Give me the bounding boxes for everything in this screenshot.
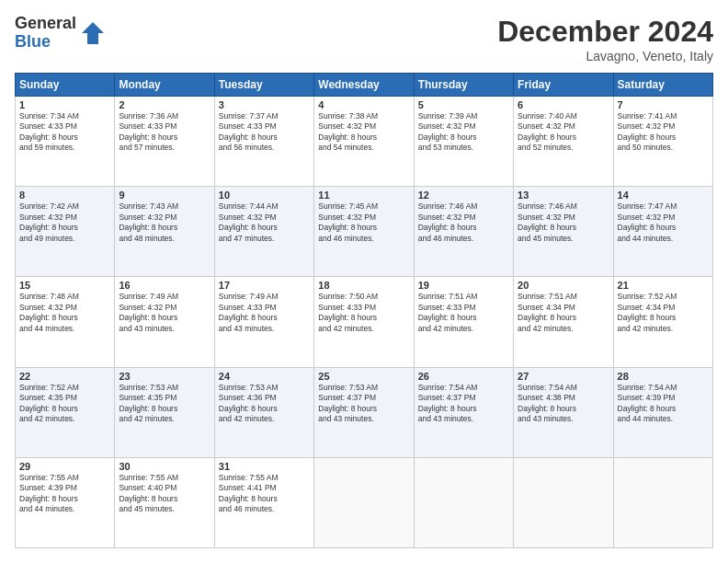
cell-info: Sunrise: 7:53 AMSunset: 4:37 PMDaylight:… [318, 383, 409, 425]
day-number: 6 [518, 99, 609, 110]
cell-info: Sunrise: 7:54 AMSunset: 4:39 PMDaylight:… [618, 383, 709, 425]
calendar-cell: 28Sunrise: 7:54 AMSunset: 4:39 PMDayligh… [613, 367, 712, 457]
col-header-saturday: Saturday [613, 74, 712, 97]
day-number: 1 [19, 99, 110, 110]
week-row-2: 8Sunrise: 7:42 AMSunset: 4:32 PMDaylight… [16, 187, 713, 277]
calendar-cell: 1Sunrise: 7:34 AMSunset: 4:33 PMDaylight… [16, 97, 115, 187]
cell-info: Sunrise: 7:55 AMSunset: 4:39 PMDaylight:… [19, 473, 110, 515]
calendar-cell: 31Sunrise: 7:55 AMSunset: 4:41 PMDayligh… [214, 457, 313, 547]
calendar-cell: 7Sunrise: 7:41 AMSunset: 4:32 PMDaylight… [613, 97, 712, 187]
cell-info: Sunrise: 7:49 AMSunset: 4:32 PMDaylight:… [119, 292, 210, 334]
week-row-5: 29Sunrise: 7:55 AMSunset: 4:39 PMDayligh… [16, 457, 713, 547]
calendar-cell: 5Sunrise: 7:39 AMSunset: 4:32 PMDaylight… [414, 97, 513, 187]
cell-info: Sunrise: 7:47 AMSunset: 4:32 PMDaylight:… [618, 201, 709, 244]
cell-info: Sunrise: 7:39 AMSunset: 4:32 PMDaylight:… [418, 111, 509, 154]
calendar-cell: 19Sunrise: 7:51 AMSunset: 4:33 PMDayligh… [414, 277, 513, 367]
day-number: 27 [518, 371, 609, 382]
day-number: 15 [19, 280, 110, 291]
day-number: 20 [518, 280, 609, 291]
day-number: 24 [219, 371, 310, 382]
calendar-cell: 14Sunrise: 7:47 AMSunset: 4:32 PMDayligh… [613, 187, 712, 277]
col-header-thursday: Thursday [414, 74, 513, 97]
calendar-cell: 30Sunrise: 7:55 AMSunset: 4:40 PMDayligh… [115, 457, 214, 547]
calendar-cell: 10Sunrise: 7:44 AMSunset: 4:32 PMDayligh… [214, 187, 313, 277]
header: General Blue December 2024 Lavagno, Vene… [15, 15, 713, 63]
cell-info: Sunrise: 7:45 AMSunset: 4:32 PMDaylight:… [318, 201, 409, 244]
cell-info: Sunrise: 7:43 AMSunset: 4:32 PMDaylight:… [119, 201, 210, 244]
logo-general: General [15, 15, 76, 33]
cell-info: Sunrise: 7:53 AMSunset: 4:36 PMDaylight:… [219, 383, 310, 425]
col-header-sunday: Sunday [16, 74, 115, 97]
day-number: 7 [618, 99, 709, 110]
cell-info: Sunrise: 7:44 AMSunset: 4:32 PMDaylight:… [219, 201, 310, 244]
calendar-cell: 22Sunrise: 7:52 AMSunset: 4:35 PMDayligh… [16, 367, 115, 457]
col-header-wednesday: Wednesday [314, 74, 414, 97]
cell-info: Sunrise: 7:54 AMSunset: 4:37 PMDaylight:… [418, 383, 509, 425]
calendar-cell: 20Sunrise: 7:51 AMSunset: 4:34 PMDayligh… [514, 277, 613, 367]
day-number: 19 [418, 280, 509, 291]
day-number: 25 [318, 371, 409, 382]
week-row-3: 15Sunrise: 7:48 AMSunset: 4:32 PMDayligh… [16, 277, 713, 367]
calendar-cell [414, 457, 513, 547]
col-header-friday: Friday [514, 74, 613, 97]
calendar-cell [514, 457, 613, 547]
calendar-cell: 4Sunrise: 7:38 AMSunset: 4:32 PMDaylight… [314, 97, 414, 187]
day-number: 2 [119, 99, 210, 110]
cell-info: Sunrise: 7:40 AMSunset: 4:32 PMDaylight:… [518, 111, 609, 154]
location: Lavagno, Veneto, Italy [497, 49, 713, 63]
day-number: 23 [119, 371, 210, 382]
header-row: SundayMondayTuesdayWednesdayThursdayFrid… [16, 74, 713, 97]
calendar-cell: 27Sunrise: 7:54 AMSunset: 4:38 PMDayligh… [514, 367, 613, 457]
calendar-cell: 2Sunrise: 7:36 AMSunset: 4:33 PMDaylight… [115, 97, 214, 187]
logo-blue: Blue [15, 33, 76, 52]
day-number: 18 [318, 280, 409, 291]
cell-info: Sunrise: 7:48 AMSunset: 4:32 PMDaylight:… [19, 292, 110, 334]
logo-icon [80, 20, 106, 46]
cell-info: Sunrise: 7:51 AMSunset: 4:34 PMDaylight:… [518, 292, 609, 334]
day-number: 14 [618, 190, 709, 201]
cell-info: Sunrise: 7:34 AMSunset: 4:33 PMDaylight:… [19, 111, 110, 154]
cell-info: Sunrise: 7:38 AMSunset: 4:32 PMDaylight:… [318, 111, 409, 154]
calendar-cell: 12Sunrise: 7:46 AMSunset: 4:32 PMDayligh… [414, 187, 513, 277]
col-header-tuesday: Tuesday [214, 74, 313, 97]
cell-info: Sunrise: 7:36 AMSunset: 4:33 PMDaylight:… [119, 111, 210, 154]
calendar-cell: 24Sunrise: 7:53 AMSunset: 4:36 PMDayligh… [214, 367, 313, 457]
cell-info: Sunrise: 7:50 AMSunset: 4:33 PMDaylight:… [318, 292, 409, 334]
cell-info: Sunrise: 7:55 AMSunset: 4:40 PMDaylight:… [119, 473, 210, 515]
day-number: 21 [618, 280, 709, 291]
day-number: 12 [418, 190, 509, 201]
day-number: 5 [418, 99, 509, 110]
cell-info: Sunrise: 7:37 AMSunset: 4:33 PMDaylight:… [219, 111, 310, 154]
calendar-cell: 3Sunrise: 7:37 AMSunset: 4:33 PMDaylight… [214, 97, 313, 187]
cell-info: Sunrise: 7:49 AMSunset: 4:33 PMDaylight:… [219, 292, 310, 334]
calendar-cell: 9Sunrise: 7:43 AMSunset: 4:32 PMDaylight… [115, 187, 214, 277]
cell-info: Sunrise: 7:53 AMSunset: 4:35 PMDaylight:… [119, 383, 210, 425]
day-number: 22 [19, 371, 110, 382]
day-number: 17 [219, 280, 310, 291]
day-number: 29 [19, 461, 110, 472]
logo: General Blue [15, 15, 106, 52]
day-number: 31 [219, 461, 310, 472]
calendar-cell: 26Sunrise: 7:54 AMSunset: 4:37 PMDayligh… [414, 367, 513, 457]
day-number: 26 [418, 371, 509, 382]
calendar-cell [613, 457, 712, 547]
cell-info: Sunrise: 7:54 AMSunset: 4:38 PMDaylight:… [518, 383, 609, 425]
cell-info: Sunrise: 7:55 AMSunset: 4:41 PMDaylight:… [219, 473, 310, 515]
calendar-cell: 16Sunrise: 7:49 AMSunset: 4:32 PMDayligh… [115, 277, 214, 367]
title-block: December 2024 Lavagno, Veneto, Italy [497, 15, 713, 63]
week-row-4: 22Sunrise: 7:52 AMSunset: 4:35 PMDayligh… [16, 367, 713, 457]
cell-info: Sunrise: 7:41 AMSunset: 4:32 PMDaylight:… [618, 111, 709, 154]
cell-info: Sunrise: 7:46 AMSunset: 4:32 PMDaylight:… [418, 201, 509, 244]
day-number: 8 [19, 190, 110, 201]
day-number: 11 [318, 190, 409, 201]
week-row-1: 1Sunrise: 7:34 AMSunset: 4:33 PMDaylight… [16, 97, 713, 187]
calendar-cell: 23Sunrise: 7:53 AMSunset: 4:35 PMDayligh… [115, 367, 214, 457]
calendar-table: SundayMondayTuesdayWednesdayThursdayFrid… [15, 73, 713, 548]
day-number: 10 [219, 190, 310, 201]
calendar-cell: 8Sunrise: 7:42 AMSunset: 4:32 PMDaylight… [16, 187, 115, 277]
cell-info: Sunrise: 7:52 AMSunset: 4:34 PMDaylight:… [618, 292, 709, 334]
day-number: 3 [219, 99, 310, 110]
calendar-cell: 17Sunrise: 7:49 AMSunset: 4:33 PMDayligh… [214, 277, 313, 367]
day-number: 30 [119, 461, 210, 472]
cell-info: Sunrise: 7:46 AMSunset: 4:32 PMDaylight:… [518, 201, 609, 244]
